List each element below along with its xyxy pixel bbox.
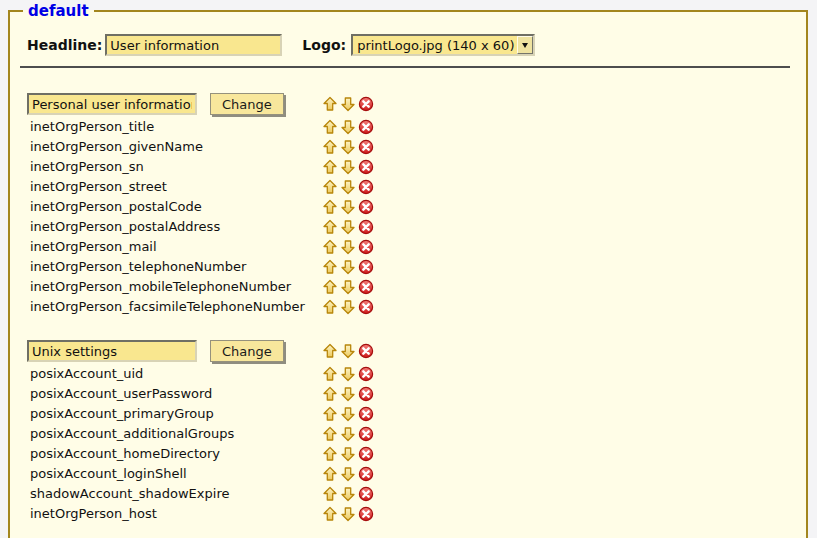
delete-button[interactable] [358, 386, 374, 402]
row-icon-group [322, 159, 806, 175]
move-down-button[interactable] [340, 486, 356, 502]
field-label: inetOrgPerson_telephoneNumber [27, 257, 322, 277]
move-down-button[interactable] [340, 299, 356, 315]
delete-button[interactable] [358, 366, 374, 382]
move-down-button[interactable] [340, 366, 356, 382]
move-up-button[interactable] [322, 466, 338, 482]
delete-button[interactable] [358, 96, 374, 112]
move-up-button[interactable] [322, 279, 338, 295]
move-down-button[interactable] [340, 406, 356, 422]
field-label: inetOrgPerson_mobileTelephoneNumber [27, 277, 322, 297]
logo-select[interactable]: printLogo.jpg (140 x 60) [351, 34, 535, 56]
table-row: inetOrgPerson_telephoneNumber [27, 257, 806, 277]
delete-button[interactable] [358, 159, 374, 175]
down-arrow-icon [340, 239, 356, 255]
move-down-button[interactable] [340, 139, 356, 155]
row-icon-group [322, 446, 806, 462]
dropdown-triangle [522, 43, 528, 48]
change-button[interactable]: Change [210, 93, 284, 115]
move-up-button[interactable] [322, 119, 338, 135]
field-label: posixAccount_userPassword [27, 384, 322, 404]
move-down-button[interactable] [340, 159, 356, 175]
row-icon-group [322, 486, 806, 502]
move-down-button[interactable] [340, 239, 356, 255]
delete-button[interactable] [358, 199, 374, 215]
move-up-button[interactable] [322, 446, 338, 462]
headline-input[interactable] [105, 34, 282, 56]
delete-button[interactable] [358, 299, 374, 315]
move-down-button[interactable] [340, 386, 356, 402]
down-arrow-icon [340, 159, 356, 175]
move-down-button[interactable] [340, 426, 356, 442]
delete-button[interactable] [358, 506, 374, 522]
move-down-button[interactable] [340, 119, 356, 135]
delete-button[interactable] [358, 219, 374, 235]
header-row: Headline: Logo: printLogo.jpg (140 x 60) [27, 34, 806, 56]
delete-button[interactable] [358, 279, 374, 295]
field-label: posixAccount_uid [27, 364, 322, 384]
row-icon-group [322, 386, 806, 402]
move-down-button[interactable] [340, 179, 356, 195]
delete-button[interactable] [358, 259, 374, 275]
section-title-input[interactable] [27, 340, 197, 362]
delete-icon [358, 426, 374, 442]
move-up-button[interactable] [322, 159, 338, 175]
section-header: Change [27, 93, 806, 115]
move-up-button[interactable] [322, 386, 338, 402]
move-down-button[interactable] [340, 506, 356, 522]
delete-icon [358, 406, 374, 422]
move-up-button[interactable] [322, 219, 338, 235]
delete-button[interactable] [358, 486, 374, 502]
down-arrow-icon [340, 386, 356, 402]
delete-button[interactable] [358, 239, 374, 255]
delete-button[interactable] [358, 179, 374, 195]
delete-button[interactable] [358, 426, 374, 442]
default-fieldset: default Headline: Logo: printLogo.jpg (1… [8, 2, 808, 538]
down-arrow-icon [340, 406, 356, 422]
down-arrow-icon [340, 343, 356, 359]
row-icon-group [322, 466, 806, 482]
move-down-button[interactable] [340, 446, 356, 462]
move-up-button[interactable] [322, 299, 338, 315]
move-down-button[interactable] [340, 466, 356, 482]
move-up-button[interactable] [322, 239, 338, 255]
move-down-button[interactable] [340, 199, 356, 215]
up-arrow-icon [322, 426, 338, 442]
separator [20, 66, 790, 68]
move-up-button[interactable] [322, 199, 338, 215]
up-arrow-icon [322, 159, 338, 175]
table-row: posixAccount_primaryGroup [27, 404, 806, 424]
change-button[interactable]: Change [210, 340, 284, 362]
move-up-button[interactable] [322, 139, 338, 155]
delete-button[interactable] [358, 406, 374, 422]
delete-button[interactable] [358, 466, 374, 482]
down-arrow-icon [340, 426, 356, 442]
section-title-input[interactable] [27, 93, 197, 115]
move-up-button[interactable] [322, 426, 338, 442]
up-arrow-icon [322, 406, 338, 422]
up-arrow-icon [322, 299, 338, 315]
delete-button[interactable] [358, 119, 374, 135]
field-label: posixAccount_homeDirectory [27, 444, 322, 464]
move-up-button[interactable] [322, 259, 338, 275]
section-rows: posixAccount_uid posixAccount_userPassw [27, 364, 806, 524]
delete-button[interactable] [358, 446, 374, 462]
move-up-button[interactable] [322, 343, 338, 359]
move-up-button[interactable] [322, 96, 338, 112]
move-up-button[interactable] [322, 506, 338, 522]
move-down-button[interactable] [340, 343, 356, 359]
move-up-button[interactable] [322, 179, 338, 195]
move-down-button[interactable] [340, 219, 356, 235]
move-up-button[interactable] [322, 366, 338, 382]
move-down-button[interactable] [340, 96, 356, 112]
delete-icon [358, 486, 374, 502]
dropdown-arrow-icon[interactable] [517, 36, 533, 54]
delete-button[interactable] [358, 343, 374, 359]
fieldset-content: Headline: Logo: printLogo.jpg (140 x 60)… [10, 34, 806, 524]
move-up-button[interactable] [322, 486, 338, 502]
move-down-button[interactable] [340, 279, 356, 295]
row-icon-group [322, 279, 806, 295]
delete-button[interactable] [358, 139, 374, 155]
move-up-button[interactable] [322, 406, 338, 422]
move-down-button[interactable] [340, 259, 356, 275]
